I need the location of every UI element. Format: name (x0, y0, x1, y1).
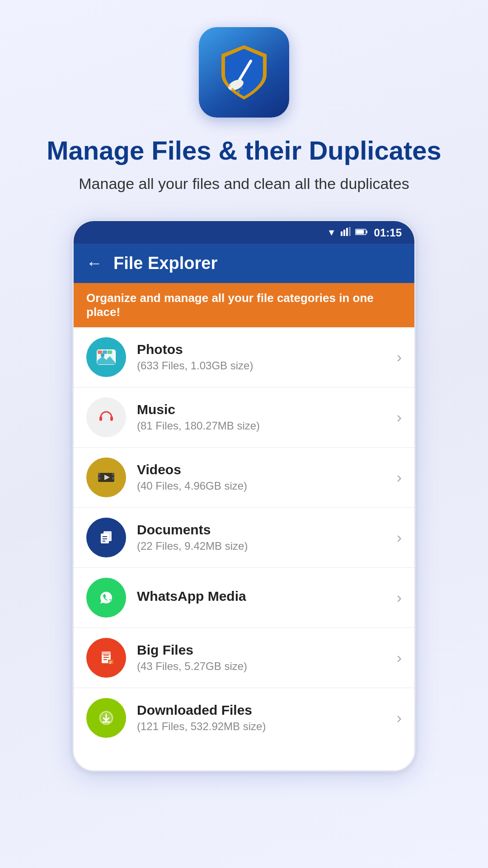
music-meta: (81 Files, 180.27MB size) (137, 420, 397, 432)
music-info: Music (81 Files, 180.27MB size) (137, 402, 397, 432)
banner-text: Organize and manage all your file catego… (86, 291, 374, 319)
svg-rect-11 (356, 230, 364, 234)
bottom-space (74, 748, 414, 770)
phone-mockup: ▼ 01:15 ← File Explorer (72, 220, 416, 772)
battery-icon (355, 227, 368, 238)
documents-icon (86, 518, 126, 557)
bigfiles-meta: (43 Files, 5.27GB size) (137, 660, 397, 673)
documents-info: Documents (22 Files, 9.42MB size) (137, 522, 397, 552)
svg-rect-21 (110, 416, 113, 421)
svg-point-2 (231, 88, 234, 91)
downloaded-chevron: › (397, 709, 402, 726)
svg-rect-26 (112, 473, 114, 476)
main-title: Manage Files & their Duplicates (19, 136, 468, 166)
app-icon-svg (212, 41, 276, 104)
photos-chevron: › (397, 348, 402, 366)
wifi-icon: ▼ (327, 227, 336, 238)
back-button[interactable]: ← (86, 254, 103, 273)
list-item[interactable]: Photos (633 Files, 1.03GB size) › (74, 327, 414, 387)
list-item[interactable]: Big Files (43 Files, 5.27GB size) › (74, 628, 414, 688)
status-time: 01:15 (374, 226, 402, 239)
list-item[interactable]: Music (81 Files, 180.27MB size) › (74, 387, 414, 448)
music-chevron: › (397, 408, 402, 426)
photos-name: Photos (137, 342, 397, 357)
downloaded-meta: (121 Files, 532.92MB size) (137, 720, 397, 733)
list-item[interactable]: Documents (22 Files, 9.42MB size) › (74, 508, 414, 568)
info-banner: Organize and manage all your file catego… (74, 283, 414, 327)
videos-info: Videos (40 Files, 4.96GB size) (137, 462, 397, 492)
bigfiles-chevron: › (397, 649, 402, 666)
svg-rect-8 (346, 228, 348, 236)
signal-icon (341, 227, 351, 238)
downloaded-name: Downloaded Files (137, 703, 397, 718)
whatsapp-icon (86, 578, 126, 618)
svg-point-4 (229, 85, 230, 87)
svg-rect-16 (98, 350, 102, 354)
videos-name: Videos (137, 462, 397, 477)
svg-rect-25 (98, 477, 100, 480)
list-item[interactable]: Videos (40 Files, 4.96GB size) › (74, 448, 414, 508)
svg-rect-18 (108, 350, 112, 354)
documents-meta: (22 Files, 9.42MB size) (137, 540, 397, 552)
documents-name: Documents (137, 522, 397, 538)
videos-chevron: › (397, 468, 402, 486)
app-bar: ← File Explorer (74, 244, 414, 283)
svg-rect-17 (103, 350, 107, 354)
bigfiles-icon (86, 638, 126, 678)
status-icons: ▼ (327, 227, 368, 238)
bigfiles-name: Big Files (137, 642, 397, 658)
svg-rect-27 (112, 477, 114, 480)
whatsapp-chevron: › (397, 589, 402, 606)
videos-meta: (40 Files, 4.96GB size) (137, 480, 397, 492)
whatsapp-name: WhatsApp Media (137, 589, 397, 604)
downloaded-info: Downloaded Files (121 Files, 532.92MB si… (137, 703, 397, 733)
svg-point-19 (96, 407, 116, 427)
svg-rect-24 (98, 473, 100, 476)
music-icon (86, 397, 126, 437)
svg-rect-41 (102, 651, 111, 655)
svg-rect-20 (99, 416, 102, 421)
videos-icon (86, 458, 126, 497)
svg-rect-9 (349, 227, 351, 236)
status-bar: ▼ 01:15 (74, 221, 414, 244)
svg-rect-6 (341, 231, 343, 236)
main-subtitle: Manage all your files and clean all the … (42, 175, 445, 193)
svg-rect-12 (366, 231, 367, 233)
file-list: Photos (633 Files, 1.03GB size) › Music … (74, 327, 414, 748)
bigfiles-info: Big Files (43 Files, 5.27GB size) (137, 642, 397, 673)
app-icon (199, 27, 289, 118)
photos-info: Photos (633 Files, 1.03GB size) (137, 342, 397, 372)
svg-point-5 (241, 87, 243, 89)
documents-chevron: › (397, 528, 402, 546)
photos-icon (86, 337, 126, 377)
list-item[interactable]: WhatsApp Media › (74, 568, 414, 628)
svg-point-3 (238, 90, 240, 93)
music-name: Music (137, 402, 397, 417)
svg-rect-7 (343, 230, 345, 236)
whatsapp-info: WhatsApp Media (137, 589, 397, 606)
list-item[interactable]: Downloaded Files (121 Files, 532.92MB si… (74, 688, 414, 748)
photos-meta: (633 Files, 1.03GB size) (137, 359, 397, 372)
downloaded-icon (86, 698, 126, 738)
app-bar-title: File Explorer (113, 254, 217, 273)
